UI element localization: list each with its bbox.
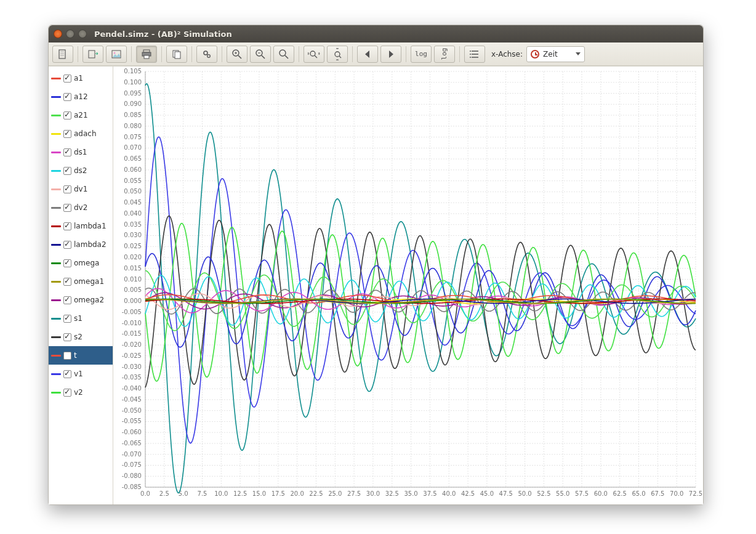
print-button[interactable] — [136, 46, 157, 63]
xaxis-select[interactable]: Zeit — [526, 46, 585, 62]
legend-checkbox[interactable] — [63, 222, 71, 230]
svg-text:60.0: 60.0 — [594, 490, 608, 497]
legend-checkbox[interactable] — [63, 315, 71, 323]
zoom-fit-button[interactable] — [273, 46, 294, 63]
legend-checkbox[interactable] — [63, 259, 71, 267]
legend-checkbox[interactable] — [63, 111, 71, 119]
legend-checkbox[interactable] — [63, 352, 71, 360]
legend-checkbox[interactable] — [63, 130, 71, 138]
legend-checkbox[interactable] — [63, 296, 71, 304]
legend-item-s1[interactable]: s1 — [49, 309, 113, 328]
close-icon[interactable] — [54, 30, 62, 38]
legend-swatch — [51, 207, 61, 209]
svg-text:0.0: 0.0 — [140, 490, 150, 497]
minimize-icon[interactable] — [66, 30, 74, 38]
svg-text:0.095: 0.095 — [124, 90, 142, 97]
settings-button[interactable] — [196, 46, 217, 63]
svg-text:57.5: 57.5 — [575, 490, 589, 497]
svg-text:47.5: 47.5 — [499, 490, 513, 497]
legend-checkbox[interactable] — [63, 370, 71, 378]
log-y-button[interactable]: log — [411, 46, 432, 63]
legend-checkbox[interactable] — [63, 93, 71, 101]
svg-point-32 — [470, 57, 471, 58]
legend-label: a1 — [74, 74, 83, 83]
legend-list-button[interactable] — [464, 46, 485, 63]
toolbar-separator — [131, 46, 132, 62]
legend-item-a21[interactable]: a21 — [49, 106, 113, 124]
legend-item-lambda1[interactable]: lambda1 — [49, 217, 113, 235]
legend-checkbox[interactable] — [63, 185, 71, 193]
legend-item-lambda2[interactable]: lambda2 — [49, 235, 113, 254]
svg-text:0.020: 0.020 — [124, 254, 142, 261]
legend-checkbox[interactable] — [63, 241, 71, 249]
legend-checkbox[interactable] — [63, 75, 71, 83]
maximize-icon[interactable] — [78, 30, 87, 38]
copy-button[interactable] — [166, 46, 187, 63]
legend-item-ds2[interactable]: ds2 — [49, 161, 113, 180]
title-bar[interactable]: Pendel.simz - (AB)² Simulation — [49, 25, 703, 42]
legend-checkbox[interactable] — [63, 278, 71, 286]
legend-checkbox[interactable] — [63, 389, 71, 397]
legend-checkbox[interactable] — [63, 204, 71, 212]
toolbar-separator — [161, 46, 162, 62]
app-window: Pendel.simz - (AB)² Simulation loglogx-A… — [48, 25, 704, 505]
svg-point-25 — [335, 52, 340, 57]
new-document-button[interactable] — [52, 46, 73, 63]
svg-text:0.100: 0.100 — [124, 79, 142, 86]
svg-text:0.035: 0.035 — [124, 221, 142, 228]
svg-text:-0.055: -0.055 — [122, 418, 142, 424]
legend-item-omega2[interactable]: omega2 — [49, 291, 113, 309]
legend-item-dv1[interactable]: dv1 — [49, 180, 113, 198]
zoom-in-button[interactable] — [227, 46, 247, 63]
export-image-button[interactable] — [106, 46, 127, 63]
scroll-right-button[interactable] — [380, 46, 401, 63]
svg-text:0.025: 0.025 — [124, 243, 142, 249]
legend-item-s2[interactable]: s2 — [49, 328, 113, 346]
export-data-button[interactable] — [82, 46, 103, 63]
legend-label: omega — [74, 259, 99, 267]
svg-text:65.0: 65.0 — [632, 490, 645, 497]
legend-label: omega1 — [74, 277, 104, 286]
legend-swatch — [51, 355, 61, 357]
legend-item-adach[interactable]: adach — [49, 124, 113, 143]
plot-area[interactable]: 0.02.55.07.510.012.515.017.520.022.525.0… — [113, 67, 703, 504]
svg-text:0.085: 0.085 — [124, 111, 142, 118]
legend-swatch — [51, 188, 61, 190]
legend-item-a1[interactable]: a1 — [49, 69, 113, 87]
legend-item-ds1[interactable]: ds1 — [49, 143, 113, 161]
zoom-y-button[interactable] — [327, 46, 348, 63]
legend-swatch — [51, 281, 61, 283]
svg-text:0.000: 0.000 — [124, 297, 142, 304]
svg-text:17.5: 17.5 — [271, 490, 285, 497]
svg-text:0.040: 0.040 — [124, 210, 142, 217]
chevron-down-icon — [576, 52, 581, 55]
legend-item-omega1[interactable]: omega1 — [49, 272, 113, 291]
legend-swatch — [51, 225, 61, 227]
legend-item-v1[interactable]: v1 — [49, 365, 113, 383]
legend-item-a12[interactable]: a12 — [49, 87, 113, 106]
legend-item-v2[interactable]: v2 — [49, 383, 113, 402]
svg-text:-0.065: -0.065 — [122, 440, 142, 447]
legend-item-omega[interactable]: omega — [49, 254, 113, 272]
svg-text:0.045: 0.045 — [124, 199, 142, 206]
svg-text:42.5: 42.5 — [461, 490, 475, 497]
svg-point-6 — [114, 52, 116, 54]
legend-item-t[interactable]: t — [49, 346, 113, 365]
legend-item-dv2[interactable]: dv2 — [49, 198, 113, 217]
svg-text:55.0: 55.0 — [556, 490, 569, 497]
legend-swatch — [51, 299, 61, 301]
svg-text:20.0: 20.0 — [290, 490, 304, 497]
legend-label: t — [74, 351, 77, 360]
legend-checkbox[interactable] — [63, 333, 71, 341]
zoom-x-button[interactable] — [304, 46, 324, 63]
legend-swatch — [51, 152, 61, 153]
legend-panel[interactable]: a1a12a21adachds1ds2dv1dv2lambda1lambda2o… — [49, 67, 113, 504]
zoom-out-button[interactable] — [250, 46, 271, 63]
legend-checkbox[interactable] — [63, 148, 71, 156]
scroll-left-button[interactable] — [357, 46, 378, 63]
legend-label: s1 — [74, 314, 82, 323]
legend-checkbox[interactable] — [63, 167, 71, 175]
window-title: Pendel.simz - (AB)² Simulation — [94, 30, 232, 39]
log-x-button[interactable]: log — [434, 46, 455, 63]
svg-text:-0.070: -0.070 — [122, 451, 142, 458]
